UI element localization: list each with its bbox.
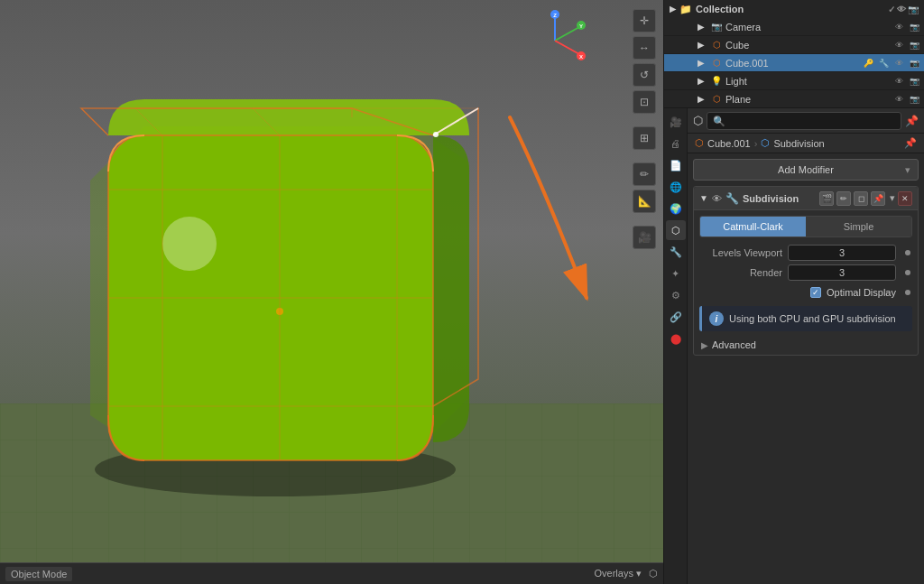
light-render-icon[interactable]: 📷 — [908, 75, 920, 88]
outliner-item-camera[interactable]: ▶ 📷 Camera 👁 📷 — [664, 18, 924, 36]
svg-point-5 — [433, 132, 439, 137]
svg-point-2 — [162, 217, 217, 271]
outliner-item-cube[interactable]: ▶ ⬡ Cube 👁 📷 — [664, 36, 924, 54]
properties-panel: ⬡ 📌 ⬡ Cube.001 › ⬡ Subdivision 📌 Add Mod… — [688, 108, 924, 584]
tab-world[interactable]: 🌍 — [666, 199, 686, 218]
catmull-clark-tab[interactable]: Catmull-Clark — [700, 217, 806, 236]
svg-line-10 — [555, 27, 579, 41]
cube-obj-icon: ⬡ — [710, 39, 723, 51]
mod-ctrl-edit[interactable]: ✏ — [836, 191, 851, 206]
levels-viewport-keyframe-dot[interactable] — [905, 250, 910, 255]
render-keyframe-dot[interactable] — [905, 270, 910, 275]
overlay-btn[interactable]: Overlays ▾ — [595, 568, 642, 579]
cube001-lock-icon[interactable]: 🔑 — [862, 57, 874, 70]
properties-tabs: 🎥 🖨 📄 🌐 🌍 ⬡ 🔧 ✦ ⚙ 🔗 ⬤ — [664, 108, 688, 584]
levels-viewport-row: Levels Viewport 3 — [694, 243, 918, 263]
properties-search-input[interactable] — [707, 112, 901, 130]
mod-realtime-icon[interactable]: 👁 — [712, 193, 722, 204]
cube-render-icon[interactable]: 📷 — [908, 39, 920, 51]
mod-collapse-icon[interactable]: ▼ — [699, 193, 708, 203]
optimal-display-dot[interactable] — [905, 290, 910, 295]
tab-output[interactable]: 🖨 — [666, 134, 686, 153]
breadcrumb-object: Cube.001 — [707, 138, 751, 149]
collection-label: Collection — [696, 4, 744, 14]
tab-render[interactable]: 🎥 — [666, 112, 686, 132]
cube001-render-icon[interactable]: 📷 — [908, 57, 920, 70]
prop-icon: ⬡ — [693, 114, 703, 127]
viewport-3d[interactable]: Z Y X ✛ ↔ ↺ ⊡ ⊞ ✏ 📐 🎥 Object Mode Overla… — [0, 0, 663, 584]
move-tool[interactable]: ↔ — [633, 36, 656, 60]
render-label: Render — [701, 267, 782, 278]
annotate-tool[interactable]: ✏ — [633, 162, 656, 186]
collection-exclude-icon[interactable]: 📷 — [908, 5, 919, 14]
cube001-label: Cube.001 — [725, 58, 859, 69]
shading-btn[interactable]: ⬡ — [649, 568, 658, 579]
mod-ctrl-camera[interactable]: 🎬 — [819, 191, 834, 206]
tab-modifier[interactable]: 🔧 — [666, 242, 686, 262]
plane-render-icon[interactable]: 📷 — [908, 93, 920, 106]
measure-tool[interactable]: 📐 — [633, 190, 656, 213]
levels-viewport-label: Levels Viewport — [701, 247, 782, 258]
advanced-row[interactable]: ▶ Advanced — [694, 335, 918, 355]
mod-ctrl-cage[interactable]: ◻ — [854, 191, 868, 206]
breadcrumb-icon: ⬡ — [695, 137, 704, 149]
collection-expand-icon[interactable]: ▶ — [670, 5, 676, 14]
scale-tool[interactable]: ⊡ — [633, 90, 656, 114]
breadcrumb-section: Subdivision — [773, 138, 824, 149]
tab-scene[interactable]: 🌐 — [666, 177, 686, 197]
optimal-display-label: Optimal Display — [827, 287, 896, 298]
add-modifier-label: Add Modifier — [778, 164, 834, 175]
plane-obj-icon: ⬡ — [710, 93, 723, 106]
camera-label: Camera — [725, 22, 890, 32]
viewport-toolbar: ✛ ↔ ↺ ⊡ ⊞ ✏ 📐 🎥 — [633, 9, 656, 249]
cube-vis-icon[interactable]: 👁 — [892, 39, 905, 51]
rotate-tool[interactable]: ↺ — [633, 63, 656, 87]
outliner-item-plane[interactable]: ▶ ⬡ Plane 👁 📷 — [664, 90, 924, 108]
mod-ctrl-close[interactable]: ✕ — [898, 191, 912, 206]
add-modifier-button[interactable]: Add Modifier — [693, 159, 919, 181]
modifier-controls: 🎬 ✏ ◻ 📌 ▾ ✕ — [819, 191, 912, 206]
mod-ctrl-pin[interactable]: 📌 — [871, 191, 885, 206]
cube001-modifier-icon[interactable]: 🔧 — [877, 57, 890, 70]
cursor-tool[interactable]: ✛ — [633, 9, 656, 32]
tab-data[interactable]: ⬤ — [666, 329, 686, 348]
simple-tab[interactable]: Simple — [806, 217, 911, 236]
camera-vis-icon[interactable]: 👁 — [892, 21, 905, 33]
mode-selector[interactable]: Object Mode — [5, 567, 72, 581]
camera-view[interactable]: 🎥 — [633, 226, 656, 249]
subdivision-modifier: ▼ 👁 🔧 Subdivision 🎬 ✏ ◻ 📌 ▾ ✕ — [693, 186, 919, 356]
light-vis-icon[interactable]: 👁 — [892, 75, 905, 88]
outliner-item-cube001[interactable]: ▶ ⬡ Cube.001 🔑 🔧 👁 📷 — [664, 54, 924, 72]
transform-tool[interactable]: ⊞ — [633, 126, 656, 150]
collection-visibility-icon[interactable]: ✓ — [888, 5, 895, 14]
plane-expand-icon: ▶ — [695, 93, 707, 106]
pin-icon[interactable]: 📌 — [905, 115, 919, 127]
optimal-display-row: ✓ Optimal Display — [694, 283, 918, 302]
cube001-vis-icon[interactable]: 👁 — [892, 57, 905, 70]
breadcrumb-pin[interactable]: 📌 — [904, 137, 917, 149]
cube-label: Cube — [725, 40, 890, 51]
modifier-name: Subdivision — [743, 193, 816, 204]
levels-viewport-field[interactable]: 3 — [788, 245, 896, 261]
tab-object[interactable]: ⬡ — [666, 220, 686, 240]
optimal-display-checkbox[interactable]: ✓ — [810, 287, 821, 298]
mod-type-icon: 🔧 — [725, 192, 739, 205]
tab-physics[interactable]: ⚙ — [666, 285, 686, 305]
render-field[interactable]: 3 — [788, 264, 896, 281]
camera-render-icon[interactable]: 📷 — [908, 21, 920, 33]
tab-particles[interactable]: ✦ — [666, 264, 686, 283]
svg-text:Y: Y — [579, 23, 583, 29]
tab-view-layer[interactable]: 📄 — [666, 155, 686, 175]
tab-constraints[interactable]: 🔗 — [666, 307, 686, 327]
plane-vis-icon[interactable]: 👁 — [892, 93, 905, 106]
levels-viewport-value: 3 — [839, 247, 845, 258]
collection-render-icon[interactable]: 👁 — [897, 5, 906, 14]
mod-dropdown-icon[interactable]: ▾ — [890, 192, 895, 204]
viewport-gizmo[interactable]: Z Y X — [523, 9, 587, 72]
cube-mesh — [36, 54, 541, 524]
modifier-header: ▼ 👁 🔧 Subdivision 🎬 ✏ ◻ 📌 ▾ ✕ — [694, 187, 918, 210]
svg-line-13 — [555, 41, 579, 54]
viewport-bottom-bar: Object Mode Overlays ▾ ⬡ — [0, 562, 663, 584]
breadcrumb-modifier-icon: ⬡ — [761, 137, 770, 149]
outliner-item-light[interactable]: ▶ 💡 Light 👁 📷 — [664, 72, 924, 90]
